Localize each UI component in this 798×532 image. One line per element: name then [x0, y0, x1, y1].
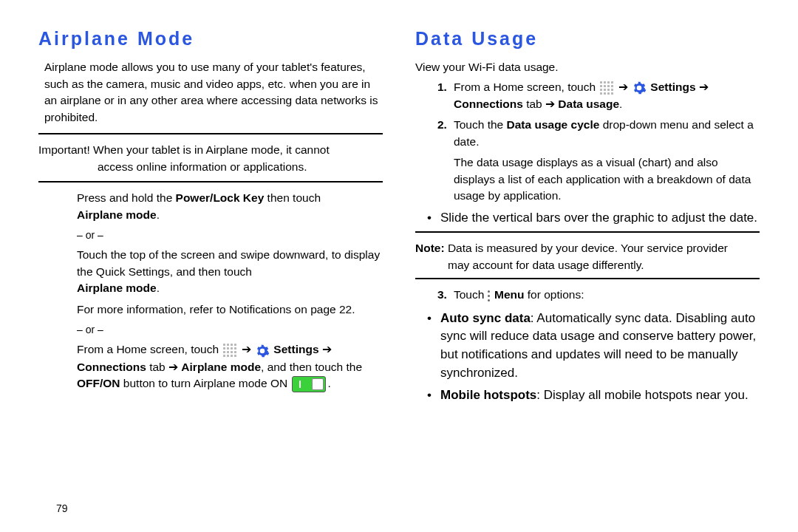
notifications-ref: Notifications — [229, 303, 291, 316]
note-text2: may account for data usage differently. — [415, 257, 760, 273]
du-step3: 3. Touch Menu for options: — [415, 287, 760, 303]
apps-icon — [600, 81, 613, 95]
power-lock-key-term: Power/Lock Key — [176, 191, 265, 204]
divider — [38, 133, 383, 134]
settings-gear-icon — [631, 79, 647, 95]
menu-dots-icon — [488, 290, 490, 301]
connections-term: Connections — [454, 98, 523, 110]
du-step2-explain: The data usage displays as a visual (cha… — [415, 154, 760, 204]
on-switch-icon — [292, 376, 326, 392]
heading-data-usage: Data Usage — [415, 25, 760, 52]
or-separator: – or – — [38, 322, 383, 337]
important-text2: access online information or application… — [38, 159, 383, 175]
important-label: Important! — [38, 143, 90, 156]
important-note: Important! When your tablet is in Airpla… — [38, 142, 383, 175]
document-page: Airplane Mode Airplane mode allows you t… — [0, 0, 798, 532]
du-step2: 2. Touch the Data usage cycle drop-down … — [415, 117, 760, 150]
step-number: 3. — [437, 287, 447, 303]
du-step1: 1. From a Home screen, touch ➔ Settings … — [415, 79, 760, 113]
airplane-mode-term: Airplane mode — [181, 361, 261, 373]
step-powerlock: Press and hold the Power/Lock Key then t… — [38, 190, 383, 223]
data-usage-cycle-term: Data usage cycle — [507, 118, 600, 131]
airplane-mode-term: Airplane mode — [77, 282, 157, 294]
cross-reference: For more information, refer to Notificat… — [38, 301, 383, 318]
note-block: Note: Data is measured by your device. Y… — [415, 240, 760, 273]
important-text1: When your tablet is in Airplane mode, it… — [90, 143, 330, 156]
step-settings-path: From a Home screen, touch ➔ Settings ➔ C… — [38, 341, 383, 392]
connections-term: Connections — [77, 361, 146, 373]
option-mobile-hotspots: Mobile hotspots: Display all mobile hots… — [415, 386, 760, 405]
divider — [415, 231, 760, 233]
option-auto-sync: Auto sync data: Automatically sync data.… — [415, 310, 760, 383]
page-number: 79 — [56, 502, 68, 514]
divider — [415, 278, 760, 279]
off-on-term: OFF/ON — [77, 377, 120, 389]
menu-term: Menu — [494, 288, 524, 301]
settings-gear-icon — [254, 342, 270, 358]
note-label: Note: — [415, 242, 445, 254]
airplane-intro: Airplane mode allows you to use many of … — [38, 59, 383, 126]
mobile-hotspots-name: Mobile hotspots — [440, 388, 536, 402]
auto-sync-name: Auto sync data — [440, 311, 531, 325]
data-usage-intro: View your Wi-Fi data usage. — [415, 59, 760, 75]
data-usage-term: Data usage — [558, 98, 619, 110]
settings-term: Settings — [650, 81, 695, 93]
step-quicksettings: Touch the top of the screen and swipe do… — [38, 247, 383, 296]
divider — [38, 181, 383, 183]
settings-term: Settings — [273, 343, 318, 355]
airplane-mode-term: Airplane mode — [77, 208, 157, 221]
slide-bars-bullet: Slide the vertical bars over the graphic… — [415, 209, 760, 228]
step-number: 1. — [437, 79, 447, 95]
right-column: Data Usage View your Wi-Fi data usage. 1… — [399, 25, 768, 517]
note-text1: Data is measured by your device. Your se… — [445, 242, 728, 254]
left-column: Airplane Mode Airplane mode allows you t… — [30, 25, 399, 517]
heading-airplane-mode: Airplane Mode — [38, 25, 383, 52]
step-number: 2. — [437, 117, 447, 133]
apps-icon — [223, 344, 236, 357]
or-separator: – or – — [38, 228, 383, 242]
